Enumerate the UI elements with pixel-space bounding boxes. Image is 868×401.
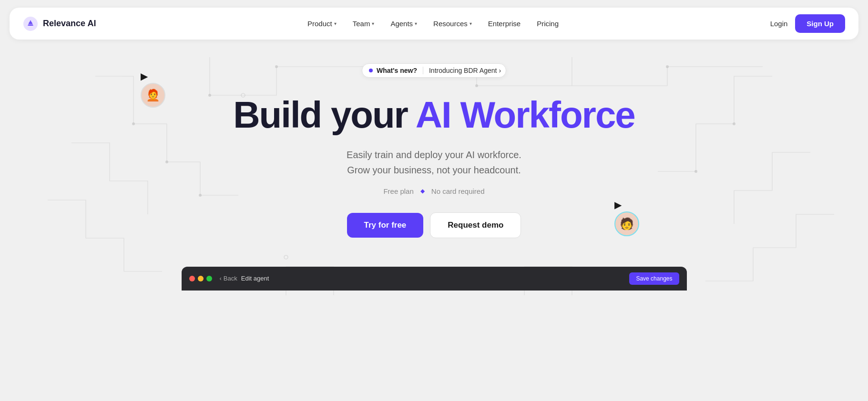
nav-team[interactable]: Team ▾ [346,16,381,31]
svg-point-11 [284,255,288,259]
nav-agents[interactable]: Agents ▾ [384,16,424,31]
minimize-button[interactable] [198,276,204,281]
whats-new-label: What's new? [377,67,417,74]
no-card-text: No card required [431,187,485,195]
nav-auth: Login Sign Up [770,14,845,33]
nav-enterprise[interactable]: Enterprise [481,16,527,31]
whats-new-badge[interactable]: What's new? Introducing BDR Agent › [362,63,506,78]
traffic-lights [189,276,212,281]
app-titlebar: ‹ Back Edit agent Save changes [182,267,687,291]
save-changes-button[interactable]: Save changes [629,272,679,285]
resources-chevron-icon: ▾ [470,21,472,26]
back-arrow-icon: ‹ [220,275,222,282]
try-free-button[interactable]: Try for free [347,213,424,238]
request-demo-button[interactable]: Request demo [430,212,521,238]
badge-dot [369,69,373,72]
hero-title-purple: AI Workforce [416,94,635,136]
cursor-avatar-left: ▶ 🧑‍🦰 [141,70,165,108]
arrow-icon: › [499,67,501,74]
hero-title-black: Build your [233,94,408,136]
nav-pricing[interactable]: Pricing [530,16,565,31]
maximize-button[interactable] [206,276,212,281]
close-button[interactable] [189,276,195,281]
edit-agent-label: Edit agent [241,275,269,282]
logo-icon [23,16,38,31]
diamond-icon: ◆ [420,188,425,194]
cursor-arrow-left: ▶ [141,70,165,82]
hero-meta: Free plan ◆ No card required [0,187,868,195]
cursor-arrow-right: ▶ [614,199,639,211]
avatar-right: 🧑 [614,211,639,236]
signup-button[interactable]: Sign Up [795,14,845,33]
hero-title: Build your AI Workforce [0,95,868,136]
svg-point-13 [29,22,32,26]
brand-name: Relevance AI [43,19,96,29]
back-button[interactable]: ‹ Back [220,275,237,282]
hero-section: What's new? Introducing BDR Agent › Buil… [0,40,868,238]
logo[interactable]: Relevance AI [23,16,96,31]
navbar: Relevance AI Product ▾ Team ▾ Agents ▾ R… [10,8,858,40]
whats-new-link[interactable]: Introducing BDR Agent › [429,67,501,74]
product-chevron-icon: ▾ [334,21,337,26]
app-preview: ‹ Back Edit agent Save changes [182,267,687,291]
nav-resources[interactable]: Resources ▾ [427,16,479,31]
hero-subtitle: Easily train and deploy your AI workforc… [0,147,868,178]
badge-separator [423,67,423,74]
hero-buttons: Try for free Request demo [0,212,868,238]
nav-links: Product ▾ Team ▾ Agents ▾ Resources ▾ En… [301,16,565,31]
nav-product[interactable]: Product ▾ [301,16,343,31]
team-chevron-icon: ▾ [372,21,374,26]
cursor-avatar-right: ▶ 🧑 [614,199,639,236]
app-nav: ‹ Back Edit agent Save changes [220,272,679,285]
free-plan-text: Free plan [383,187,413,195]
avatar-left: 🧑‍🦰 [141,83,165,108]
login-button[interactable]: Login [770,20,788,28]
agents-chevron-icon: ▾ [415,21,417,26]
